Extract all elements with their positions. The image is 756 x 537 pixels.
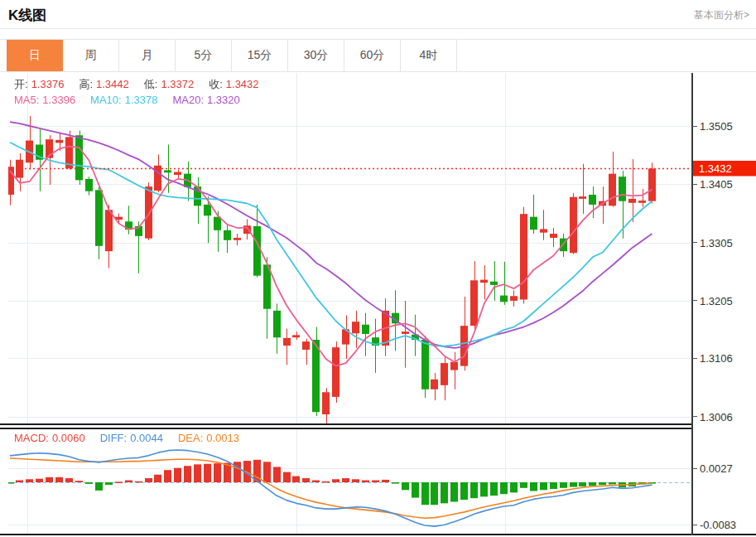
main-chart-bottom-border bbox=[0, 423, 692, 425]
axis-tick-label: 1.3106 bbox=[700, 352, 733, 365]
macd-legend: MACD:0.0060DIFF:0.0044DEA:0.0013 bbox=[14, 432, 254, 444]
tab-interval-0[interactable]: 日 bbox=[7, 40, 63, 71]
tab-interval-6[interactable]: 60分 bbox=[344, 40, 401, 71]
macd-row-item: DEA:0.0013 bbox=[178, 432, 243, 444]
ohlc-readout: 开:1.3376高:1.3442低:1.3372收:1.3432 bbox=[14, 77, 274, 92]
ma-legend: MA5:1.3396MA10:1.3378MA20:1.3320 bbox=[14, 94, 255, 106]
last-price-badge: 1.3432 bbox=[693, 161, 756, 177]
macd-row-item: MACD:0.0060 bbox=[14, 432, 89, 444]
ma-row-item: MA10:1.3378 bbox=[90, 94, 161, 106]
fundamental-analysis-link[interactable]: 基本面分析> bbox=[694, 8, 749, 22]
price-axis-line bbox=[691, 73, 693, 535]
interval-tabs: 日周月5分15分30分60分4时 bbox=[7, 40, 457, 71]
axis-tick bbox=[692, 242, 697, 243]
ohlc-row-item: 高:1.3442 bbox=[79, 78, 132, 90]
ma-row-item: MA20:1.3320 bbox=[172, 94, 243, 106]
tab-interval-1[interactable]: 周 bbox=[63, 40, 119, 71]
axis-tick bbox=[692, 126, 697, 127]
axis-tick bbox=[692, 525, 697, 525]
interval-tabbar: 日周月5分15分30分60分4时 bbox=[0, 39, 756, 72]
axis-tick-label: 1.3006 bbox=[700, 410, 733, 423]
tab-interval-7[interactable]: 4时 bbox=[401, 40, 457, 71]
tab-interval-5[interactable]: 30分 bbox=[288, 40, 344, 71]
tab-interval-2[interactable]: 月 bbox=[119, 40, 176, 71]
axis-tick-label: 1.3405 bbox=[700, 178, 733, 191]
ma-row-item: MA5:1.3396 bbox=[14, 94, 79, 106]
tab-interval-3[interactable]: 5分 bbox=[176, 40, 232, 71]
axis-tick bbox=[692, 416, 697, 417]
title-divider bbox=[0, 28, 756, 29]
kline-widget: K线图 基本面分析> 日周月5分15分30分60分4时 开:1.3376高:1.… bbox=[0, 0, 756, 537]
macd-chart-canvas[interactable] bbox=[8, 428, 692, 534]
tab-interval-4[interactable]: 15分 bbox=[232, 40, 288, 71]
candlestick-chart-canvas[interactable] bbox=[8, 73, 692, 424]
page-title: K线图 bbox=[8, 6, 46, 25]
macd-row-item: DIFF:0.0044 bbox=[100, 432, 166, 444]
bottom-border bbox=[0, 534, 756, 535]
axis-tick bbox=[692, 358, 697, 359]
axis-tick-label: 1.3505 bbox=[700, 120, 733, 133]
axis-tick bbox=[692, 184, 697, 185]
axis-tick-label: 1.3305 bbox=[700, 236, 733, 249]
axis-tick-label: 1.3205 bbox=[700, 294, 733, 307]
axis-tick-label: -0.0083 bbox=[700, 519, 736, 531]
ohlc-row-item: 开:1.3376 bbox=[14, 78, 67, 90]
ohlc-row-item: 低:1.3372 bbox=[144, 78, 197, 90]
macd-top-border bbox=[0, 428, 692, 429]
axis-tick-label: 0.0027 bbox=[700, 462, 733, 475]
axis-tick bbox=[692, 300, 697, 301]
axis-tick bbox=[692, 468, 697, 469]
ohlc-row-item: 收:1.3432 bbox=[209, 78, 262, 90]
